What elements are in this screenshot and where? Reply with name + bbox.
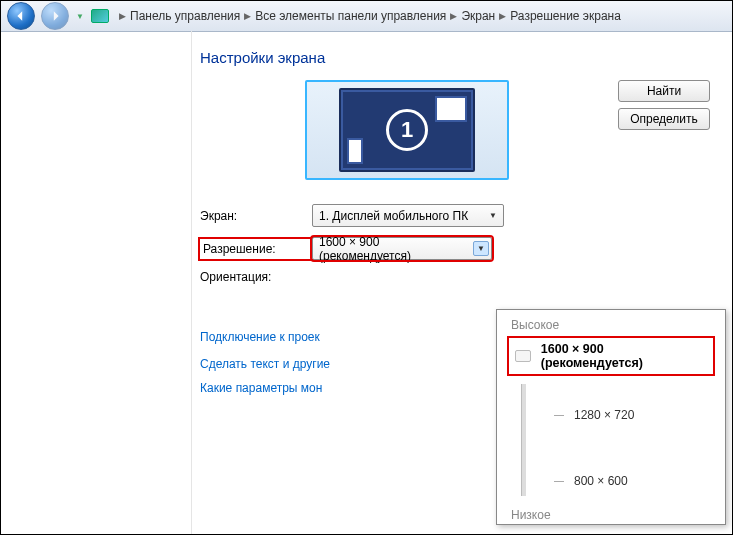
tick-label: 800 × 600 [574, 474, 628, 488]
breadcrumb-item[interactable]: Все элементы панели управления [255, 9, 446, 23]
breadcrumb-item[interactable]: Панель управления [130, 9, 240, 23]
chevron-right-icon: ▶ [119, 11, 126, 21]
monitor-number: 1 [386, 109, 428, 151]
left-sidebar [1, 31, 192, 534]
display-preview[interactable]: 1 [305, 80, 509, 180]
tick-row[interactable]: 1280 × 720 [554, 408, 634, 422]
chevron-right-icon: ▶ [499, 11, 506, 21]
slider-thumb-icon[interactable] [515, 350, 531, 362]
nav-back-button[interactable] [7, 2, 35, 30]
detect-button[interactable]: Определить [618, 108, 710, 130]
orientation-label: Ориентация: [200, 270, 312, 284]
resolution-slider[interactable]: 1280 × 720 800 × 600 [517, 384, 715, 504]
monitor-thumb[interactable]: 1 [339, 88, 475, 172]
chevron-right-icon: ▶ [450, 11, 457, 21]
tick-mark-icon [554, 415, 564, 416]
resolution-row: Разрешение: 1600 × 900 (рекомендуется) ▼ [200, 237, 710, 260]
screen-select[interactable]: 1. Дисплей мобильного ПК ▼ [312, 204, 504, 227]
breadcrumb-item[interactable]: Разрешение экрана [510, 9, 621, 23]
breadcrumb: ▶ Панель управления ▶ Все элементы панел… [115, 9, 726, 23]
projector-link[interactable]: Подключение к проек [200, 330, 320, 344]
titlebar: ▼ ▶ Панель управления ▶ Все элементы пан… [1, 1, 732, 32]
dropdown-high-label: Высокое [511, 318, 715, 332]
screen-label: Экран: [200, 209, 312, 223]
slider-ticks: 1280 × 720 800 × 600 [554, 384, 634, 496]
nav-forward-button[interactable] [41, 2, 69, 30]
tick-mark-icon [554, 481, 564, 482]
tick-row[interactable]: 800 × 600 [554, 474, 634, 488]
mini-task-icon [347, 138, 363, 164]
mini-window-icon [435, 96, 467, 122]
chevron-down-icon: ▼ [487, 211, 499, 220]
which-settings-link[interactable]: Какие параметры мон [200, 381, 380, 395]
screen-select-value: 1. Дисплей мобильного ПК [319, 209, 468, 223]
main-panel: Настройки экрана 1 Найти Определить Экра… [192, 31, 732, 534]
tick-label: 1280 × 720 [574, 408, 634, 422]
nav-history-dropdown[interactable]: ▼ [75, 11, 85, 21]
resolution-select-value: 1600 × 900 (рекомендуется) [319, 235, 473, 263]
window-root: ▼ ▶ Панель управления ▶ Все элементы пан… [0, 0, 733, 535]
orientation-row: Ориентация: [200, 270, 710, 284]
screen-row: Экран: 1. Дисплей мобильного ПК ▼ [200, 204, 710, 227]
breadcrumb-item[interactable]: Экран [461, 9, 495, 23]
content-area: Настройки экрана 1 Найти Определить Экра… [1, 31, 732, 534]
dropdown-selected-row[interactable]: 1600 × 900 (рекомендуется) [507, 336, 715, 376]
dropdown-selected-label: 1600 × 900 (рекомендуется) [541, 342, 707, 370]
chevron-right-icon: ▶ [244, 11, 251, 21]
resolution-select[interactable]: 1600 × 900 (рекомендуется) ▼ [312, 237, 492, 260]
dropdown-low-label: Низкое [511, 508, 715, 522]
slider-track[interactable] [521, 384, 526, 496]
find-button[interactable]: Найти [618, 80, 710, 102]
display-preview-row: 1 Найти Определить [200, 80, 710, 180]
control-panel-icon [91, 9, 109, 23]
preview-buttons: Найти Определить [618, 80, 710, 130]
page-title: Настройки экрана [200, 49, 710, 66]
resolution-dropdown-panel[interactable]: Высокое 1600 × 900 (рекомендуется) 1280 … [496, 309, 726, 525]
resolution-label: Разрешение: [200, 239, 318, 259]
text-size-link[interactable]: Сделать текст и другие [200, 357, 380, 371]
chevron-down-icon: ▼ [473, 241, 489, 256]
